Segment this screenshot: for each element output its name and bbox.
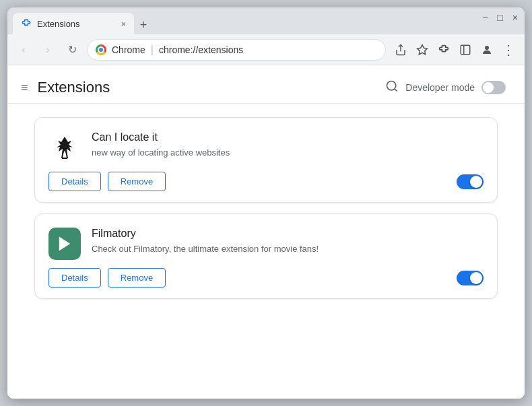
extension-footer-1: Details Remove	[48, 268, 484, 287]
extension-name-0: Can I locate it	[92, 131, 484, 143]
extension-info-0: Can I locate it new way of locating acti…	[48, 131, 484, 164]
chrome-logo-icon	[96, 44, 106, 55]
developer-mode-toggle[interactable]	[481, 81, 506, 94]
url-text: chrome://extensions	[159, 44, 243, 55]
extension-toggle-1[interactable]	[457, 271, 484, 285]
extension-desc-1: Check out Filmatory, the ultimate extens…	[92, 242, 484, 256]
details-button-1[interactable]: Details	[48, 268, 101, 287]
page-title: Extensions	[38, 79, 110, 96]
details-button-0[interactable]: Details	[48, 172, 101, 191]
bookmark-button[interactable]	[413, 40, 432, 59]
close-button[interactable]: ×	[512, 13, 518, 22]
page-content: ≡ Extensions Developer mode	[7, 65, 525, 399]
svg-line-9	[66, 151, 67, 158]
menu-button[interactable]: ⋮	[499, 40, 518, 59]
extension-icon-1	[48, 228, 81, 260]
extension-info-1: Filmatory Check out Filmatory, the ultim…	[48, 228, 484, 260]
svg-marker-11	[59, 237, 70, 251]
extension-desc-0: new way of locating active websites	[92, 146, 484, 160]
extension-card-0: Can I locate it new way of locating acti…	[34, 117, 498, 203]
title-bar: Extensions × + − □ ×	[7, 7, 525, 34]
svg-rect-2	[461, 45, 470, 55]
svg-line-6	[395, 88, 397, 91]
hamburger-menu-button[interactable]: ≡	[21, 81, 28, 95]
remove-button-0[interactable]: Remove	[108, 172, 166, 191]
svg-marker-1	[418, 44, 428, 54]
extension-toggle-0[interactable]	[457, 174, 484, 189]
window-controls: − □ ×	[482, 13, 518, 22]
profile-button[interactable]	[477, 40, 496, 59]
extensions-list: Can I locate it new way of locating acti…	[7, 104, 525, 312]
extensions-header: ≡ Extensions Developer mode	[7, 65, 525, 104]
share-button[interactable]	[391, 40, 410, 59]
browser-window: Extensions × + − □ × ‹ › ↻ Chrome | chro…	[7, 7, 525, 399]
developer-mode-label: Developer mode	[405, 82, 475, 93]
chrome-label: Chrome	[112, 44, 145, 55]
search-button[interactable]	[385, 79, 399, 96]
filmatory-icon	[48, 228, 81, 260]
remove-button-1[interactable]: Remove	[108, 268, 166, 287]
svg-point-5	[387, 81, 396, 90]
extension-card-1: Filmatory Check out Filmatory, the ultim…	[34, 213, 498, 299]
extension-name-1: Filmatory	[92, 228, 484, 240]
svg-point-4	[485, 46, 489, 50]
minimize-button[interactable]: −	[482, 13, 488, 22]
header-left: ≡ Extensions	[21, 79, 110, 96]
maximize-button[interactable]: □	[497, 13, 502, 22]
svg-line-8	[62, 151, 63, 158]
extension-tab-icon	[21, 18, 32, 29]
active-tab[interactable]: Extensions ×	[13, 13, 134, 34]
tab-close-button[interactable]: ×	[121, 19, 126, 29]
svg-marker-7	[57, 137, 73, 154]
extension-icon-0	[48, 131, 81, 164]
refresh-button[interactable]: ↻	[63, 40, 81, 59]
nav-bar: ‹ › ↻ Chrome | chrome://extensions	[7, 34, 525, 65]
extension-details-1: Filmatory Check out Filmatory, the ultim…	[92, 228, 484, 256]
header-right: Developer mode	[385, 79, 506, 96]
nav-actions: ⋮	[391, 40, 518, 59]
forward-button[interactable]: ›	[38, 40, 57, 59]
tab-title: Extensions	[37, 19, 80, 29]
new-tab-button[interactable]: +	[134, 15, 153, 34]
sidebar-button[interactable]	[456, 40, 475, 59]
extensions-button[interactable]	[434, 40, 453, 59]
url-separator: |	[151, 44, 154, 56]
extension-details-0: Can I locate it new way of locating acti…	[92, 131, 484, 160]
extension-footer-0: Details Remove	[48, 172, 484, 191]
tab-strip: Extensions × +	[13, 13, 519, 34]
back-button[interactable]: ‹	[14, 40, 33, 59]
address-bar[interactable]: Chrome | chrome://extensions	[87, 39, 386, 61]
